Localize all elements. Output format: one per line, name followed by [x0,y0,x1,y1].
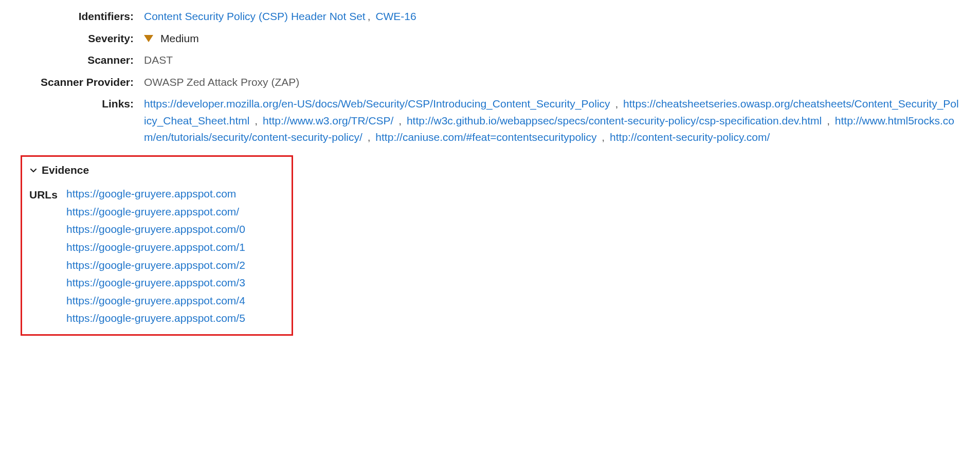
separator: , [398,115,402,126]
evidence-title: Evidence [42,162,89,179]
scanner-value: DAST [144,52,959,69]
evidence-url[interactable]: https://google-gruyere.appspot.com/1 [66,239,284,256]
reference-link[interactable]: http://caniuse.com/#feat=contentsecurity… [375,131,596,143]
separator: , [368,10,371,22]
links-label: Links: [21,96,144,113]
evidence-url[interactable]: https://google-gruyere.appspot.com/5 [66,310,284,327]
separator: , [827,115,830,126]
identifier-link[interactable]: Content Security Policy (CSP) Header Not… [144,10,366,22]
reference-link[interactable]: http://www.w3.org/TR/CSP/ [263,115,393,126]
evidence-url[interactable]: https://google-gruyere.appspot.com/3 [66,275,284,292]
evidence-url[interactable]: https://google-gruyere.appspot.com/4 [66,293,284,310]
identifier-link[interactable]: CWE-16 [375,10,416,22]
severity-text: Medium [160,32,199,44]
scanner-provider-value: OWASP Zed Attack Proxy (ZAP) [144,74,959,91]
separator: , [602,131,605,143]
scanner-provider-label: Scanner Provider: [21,74,144,91]
evidence-url[interactable]: https://google-gruyere.appspot.com/ [66,204,284,221]
links-value: https://developer.mozilla.org/en-US/docs… [144,96,959,146]
evidence-body: URLs https://google-gruyere.appspot.com … [29,186,284,328]
reference-link[interactable]: https://developer.mozilla.org/en-US/docs… [144,98,610,110]
identifiers-value: Content Security Policy (CSP) Header Not… [144,8,959,25]
chevron-down-icon [29,166,38,174]
reference-link[interactable]: http://w3c.github.io/webappsec/specs/con… [407,115,822,126]
severity-value: Medium [144,30,959,47]
reference-link[interactable]: http://content-security-policy.com/ [610,131,770,143]
identifiers-label: Identifiers: [21,8,144,25]
evidence-urls-list: https://google-gruyere.appspot.com https… [66,186,284,328]
severity-medium-icon [144,35,153,42]
separator: , [615,98,618,110]
severity-label: Severity: [21,30,144,47]
evidence-url[interactable]: https://google-gruyere.appspot.com/0 [66,221,284,238]
evidence-section: Evidence URLs https://google-gruyere.app… [21,155,293,336]
separator: , [255,115,258,126]
links-row: Links: https://developer.mozilla.org/en-… [21,96,959,146]
scanner-provider-row: Scanner Provider: OWASP Zed Attack Proxy… [21,74,959,91]
identifiers-row: Identifiers: Content Security Policy (CS… [21,8,959,25]
evidence-url[interactable]: https://google-gruyere.appspot.com [66,186,284,203]
svg-marker-0 [144,35,153,42]
evidence-url[interactable]: https://google-gruyere.appspot.com/2 [66,257,284,274]
evidence-urls-label: URLs [29,186,66,328]
scanner-row: Scanner: DAST [21,52,959,69]
scanner-label: Scanner: [21,52,144,69]
severity-row: Severity: Medium [21,30,959,47]
evidence-toggle[interactable]: Evidence [29,162,284,179]
separator: , [368,131,371,143]
